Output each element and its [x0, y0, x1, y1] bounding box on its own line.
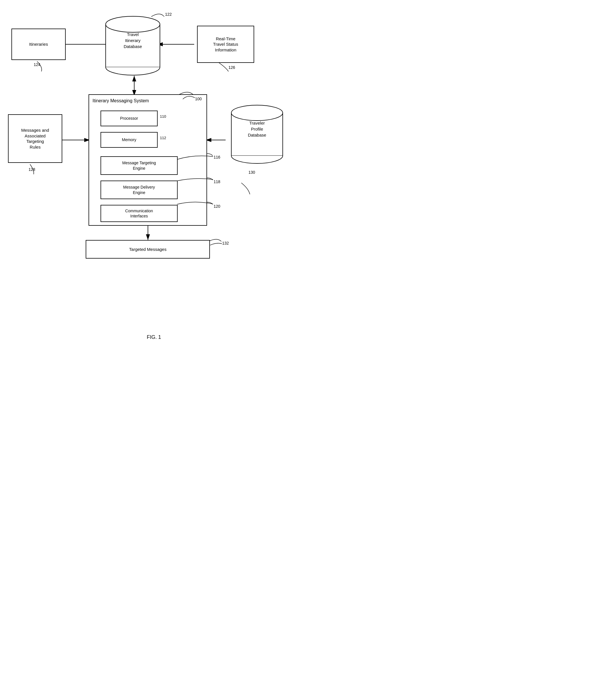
traveler-profile-db-label: TravelerProfileDatabase [228, 120, 286, 138]
main-system-title: Itinerary Messaging System [92, 98, 149, 104]
ref-122: 122 [165, 12, 172, 17]
ref-118: 118 [214, 179, 220, 184]
itineraries-label: Itineraries [29, 41, 48, 47]
ref-100: 100 [195, 96, 202, 101]
realtime-travel-label: Real-TimeTravel StatusInformation [213, 36, 238, 53]
figure-label: FIG. 1 [0, 334, 308, 340]
message-targeting-engine-box: Message TargetingEngine [101, 156, 178, 175]
main-system-box: Itinerary Messaging System Processor 110… [89, 94, 207, 226]
svg-point-9 [106, 16, 160, 32]
messages-targeting-box: Messages andAssociatedTargetingRules [8, 114, 62, 163]
communication-interfaces-box: CommunicationInterfaces [101, 205, 178, 222]
messages-targeting-label: Messages andAssociatedTargetingRules [21, 127, 49, 150]
travel-itinerary-db-container: TravelItineraryDatabase [103, 12, 163, 77]
realtime-travel-box: Real-TimeTravel StatusInformation [197, 26, 254, 63]
ref-126: 126 [228, 65, 235, 70]
ref-124: 124 [34, 62, 40, 67]
memory-box: Memory [101, 132, 158, 148]
ref-130: 130 [248, 170, 255, 175]
svg-point-11 [231, 105, 283, 121]
diagram-container: Itineraries 124 TravelItineraryDatabase … [0, 0, 308, 329]
ref-128: 128 [28, 167, 35, 172]
ref-116: 116 [214, 155, 220, 159]
itineraries-box: Itineraries [12, 28, 66, 60]
travel-itinerary-db-label: TravelItineraryDatabase [103, 31, 163, 49]
ref-132: 132 [222, 241, 229, 245]
targeted-messages-box: Targeted Messages [86, 240, 210, 259]
ref-120: 120 [214, 204, 220, 209]
traveler-profile-db-container: TravelerProfileDatabase [228, 100, 286, 166]
ref-110: 110 [160, 114, 166, 118]
processor-box: Processor [101, 111, 158, 126]
message-delivery-engine-box: Message DeliveryEngine [101, 180, 178, 199]
ref-112: 112 [160, 136, 166, 140]
